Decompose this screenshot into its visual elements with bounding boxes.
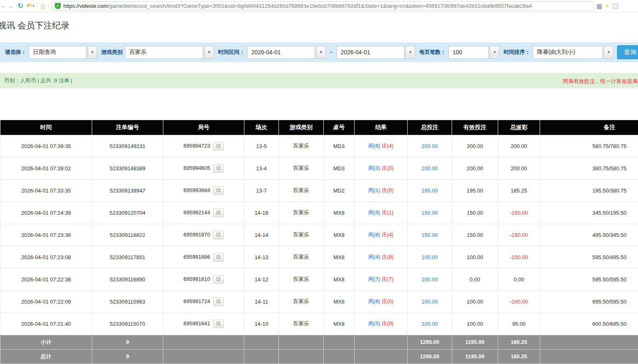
result-banker: 庄(4) [382, 143, 394, 149]
cell-game-type: 百家乐 [279, 179, 324, 202]
cell-total-bet[interactable]: 100.00 [408, 313, 452, 335]
cell-time: 2026-04-01 07:22:38 [0, 268, 92, 290]
extensions-grid-icon[interactable]: ▦ [596, 3, 602, 9]
chevron-down-icon[interactable]: ▼ [88, 46, 97, 59]
back-icon[interactable]: ← [8, 2, 15, 9]
column-header: 时间 [0, 120, 92, 135]
cell-result: 闲(6) 庄(4) [355, 135, 408, 157]
cell-remark: 595.50/495.50 [540, 246, 638, 268]
game-result-icon[interactable]: ⚄ [213, 142, 224, 151]
date-from-picker[interactable]: 2026-04-01 ▼ [247, 46, 326, 59]
cell-total-bet[interactable]: 195.00 [408, 179, 452, 202]
result-banker: 庄(0) [382, 298, 394, 304]
chevron-down-icon[interactable]: ▼ [604, 46, 613, 59]
browser-toolbar: – ← ↻ ↶ ▾ ⌂ ✓ https://videoie.com/game/b… [0, 0, 638, 12]
cell-total-bet[interactable]: 150.00 [408, 202, 452, 224]
cell-valid-bet: 150.00 [452, 202, 498, 224]
filter-label-game-type: 游戏类别 [101, 49, 123, 56]
page-size-value[interactable]: 100 [448, 46, 489, 59]
result-banker: 庄(9) [382, 187, 394, 193]
game-type-select-value[interactable]: 百家乐 [125, 46, 203, 59]
summary-bar: 币别：人民币 | 总共 :9 注单 | 同局有效投注，统一计算在该局第 [0, 73, 638, 88]
cell-result: 闲(8) 庄(0) [355, 290, 408, 313]
footer-count: 9 [92, 335, 163, 349]
cell-total-bet[interactable]: 100.00 [408, 246, 452, 268]
cell-total-bet[interactable]: 200.00 [408, 135, 452, 157]
cell-result: 闲(8) 庄(4) [355, 224, 408, 246]
chevron-down-icon[interactable]: ▼ [406, 46, 415, 59]
game-result-icon[interactable]: ⚄ [213, 186, 224, 195]
game-result-icon[interactable]: ⚄ [213, 209, 224, 217]
cell-result: 闲(9) 庄(1) [355, 202, 408, 224]
cell-bet-id: 523309117851 [92, 246, 163, 268]
cell-time: 2026-04-01 07:39:35 [0, 135, 92, 157]
cell-game-type: 百家乐 [279, 290, 324, 313]
table-row: 2026-04-01 07:39:02523309148389695994605… [0, 157, 638, 179]
game-result-icon[interactable]: ⚄ [213, 231, 224, 239]
cell-valid-bet: 150.00 [452, 224, 498, 246]
address-bar[interactable]: ✓ https://videoie.com/game/betrecord_sea… [51, 1, 594, 11]
url-domain: videoie.com [79, 3, 108, 9]
game-type-select[interactable]: 百家乐 ▼ [125, 46, 214, 59]
sort-order-value[interactable]: 降幂(由大到小) [533, 46, 603, 59]
date-to-picker[interactable]: 2026-04-01 ▼ [336, 46, 415, 59]
chevron-down-icon[interactable]: ▼ [204, 46, 214, 59]
undo-icon[interactable]: ↶ [26, 3, 32, 9]
cut-toolbar-icon[interactable] [612, 3, 618, 9]
filter-bar: 请选择： 日期查询 ▼ 游戏类别 百家乐 ▼ 时间区间： 2026-04-01 … [0, 42, 638, 62]
refresh-icon[interactable]: ↻ [18, 2, 23, 9]
cell-session: 13-5 [244, 135, 279, 157]
speed-bolt-icon[interactable]: ⚡ [605, 3, 610, 9]
game-result-icon[interactable]: ⚄ [213, 164, 224, 173]
cell-round-id: 695994723⚄ [163, 135, 244, 157]
cell-bet-id: 523309116890 [92, 268, 163, 290]
chevron-down-icon[interactable]: ▼ [316, 46, 326, 59]
column-header: 局号 [163, 120, 244, 135]
date-query-select[interactable]: 日期查询 ▼ [29, 46, 97, 59]
cell-total-bet[interactable]: 100.00 [408, 290, 452, 313]
result-player: 闲(3) [368, 165, 380, 171]
cell-remark: 695.50/595.50 [540, 290, 638, 313]
cell-bet-id: 523309138947 [92, 179, 163, 202]
cell-payout: 95.00 [498, 313, 540, 335]
date-query-select-value[interactable]: 日期查询 [29, 46, 86, 59]
cell-session: 13-4 [244, 157, 279, 179]
result-player: 闲(8) [368, 298, 380, 304]
date-to-value[interactable]: 2026-04-01 [336, 46, 404, 59]
footer-total-bet: 1295.00 [408, 335, 452, 349]
home-icon[interactable]: ⌂ [40, 2, 45, 10]
total-row: 总计91295.001195.00180.25 [0, 349, 638, 364]
sort-order-select[interactable]: 降幂(由大到小) ▼ [533, 46, 613, 59]
cell-round-id: 695992144⚄ [163, 202, 244, 224]
cell-result: 闲(3) 庄(0) [355, 157, 408, 179]
column-header: 有效投注 [452, 120, 498, 135]
result-banker: 庄(9) [382, 320, 394, 327]
undo-dropdown-icon[interactable]: ▾ [32, 5, 34, 8]
footer-valid-bet: 1195.00 [452, 349, 498, 364]
cell-total-bet[interactable]: 100.00 [408, 268, 452, 290]
range-tilde: ~ [329, 49, 333, 56]
footer-valid-bet: 1195.00 [452, 335, 498, 349]
page-size-select[interactable]: 100 ▼ [448, 46, 499, 59]
game-result-icon[interactable]: ⚄ [213, 275, 224, 284]
cell-table-no: MD3 [324, 157, 355, 179]
url-text[interactable]: https://videoie.com/game/betrecord_searc… [63, 3, 532, 9]
cell-payout: -100.00 [498, 290, 540, 313]
game-result-icon[interactable]: ⚄ [213, 320, 224, 328]
chevron-down-icon[interactable]: ▼ [490, 46, 499, 59]
security-shield-icon[interactable]: ✓ [55, 3, 61, 9]
search-button[interactable]: 查询 [617, 45, 638, 59]
game-result-icon[interactable]: ⚄ [213, 253, 224, 262]
result-banker: 庄(8) [382, 254, 394, 260]
result-player: 闲(9) [368, 209, 380, 216]
cell-total-bet[interactable]: 150.00 [408, 224, 452, 246]
table-row: 2026-04-01 07:33:35523309138947695993684… [0, 179, 638, 202]
cell-payout: -150.00 [498, 224, 540, 246]
date-from-value[interactable]: 2026-04-01 [247, 46, 315, 59]
subtotal-row: 小计91295.001195.00180.25 [0, 335, 638, 349]
game-result-icon[interactable]: ⚄ [213, 297, 224, 306]
cell-total-bet[interactable]: 200.00 [408, 157, 452, 179]
cell-game-type: 百家乐 [279, 246, 324, 268]
column-header: 结果 [355, 120, 408, 135]
cell-round-id: 695991810⚄ [163, 268, 244, 290]
